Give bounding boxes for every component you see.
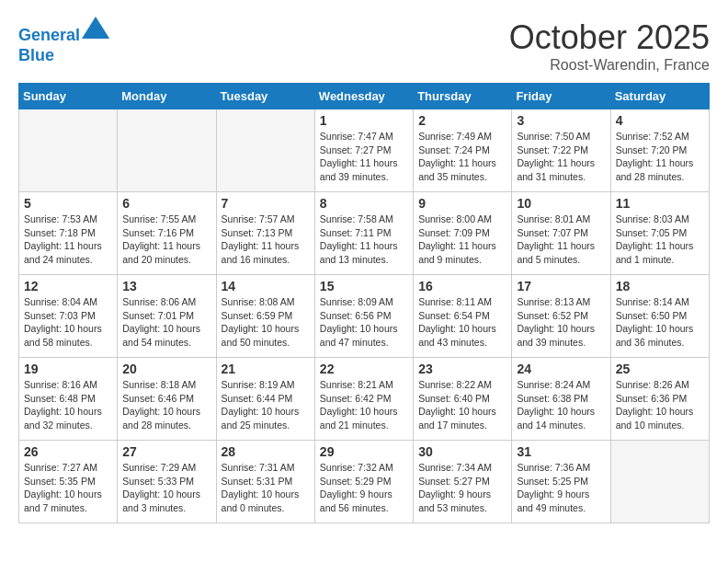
day-info: Sunrise: 7:55 AM Sunset: 7:16 PM Dayligh…	[122, 213, 210, 267]
calendar-cell: 19Sunrise: 8:16 AM Sunset: 6:48 PM Dayli…	[19, 358, 118, 441]
day-info: Sunrise: 8:19 AM Sunset: 6:44 PM Dayligh…	[222, 378, 310, 432]
calendar-cell: 21Sunrise: 8:19 AM Sunset: 6:44 PM Dayli…	[216, 358, 314, 441]
weekday-header-tuesday: Tuesday	[216, 84, 314, 109]
day-number: 26	[24, 444, 112, 459]
calendar-cell	[118, 109, 216, 192]
day-info: Sunrise: 8:01 AM Sunset: 7:07 PM Dayligh…	[517, 213, 605, 267]
day-number: 23	[418, 362, 506, 376]
title-block: October 2025 Roost-Warendin, France	[509, 18, 710, 74]
day-info: Sunrise: 7:52 AM Sunset: 7:20 PM Dayligh…	[616, 130, 704, 184]
day-info: Sunrise: 8:09 AM Sunset: 6:56 PM Dayligh…	[320, 295, 408, 350]
day-number: 29	[320, 444, 408, 459]
calendar-cell: 28Sunrise: 7:31 AM Sunset: 5:31 PM Dayli…	[216, 441, 314, 523]
weekday-header-wednesday: Wednesday	[314, 84, 413, 109]
day-info: Sunrise: 8:14 AM Sunset: 6:50 PM Dayligh…	[616, 295, 704, 350]
day-info: Sunrise: 7:27 AM Sunset: 5:35 PM Dayligh…	[24, 461, 112, 515]
calendar-cell: 31Sunrise: 7:36 AM Sunset: 5:25 PM Dayli…	[512, 441, 610, 523]
day-info: Sunrise: 7:49 AM Sunset: 7:24 PM Dayligh…	[418, 130, 506, 184]
calendar-week-row: 26Sunrise: 7:27 AM Sunset: 5:35 PM Dayli…	[19, 441, 710, 523]
day-info: Sunrise: 7:57 AM Sunset: 7:13 PM Dayligh…	[222, 213, 310, 267]
calendar-table: SundayMondayTuesdayWednesdayThursdayFrid…	[18, 83, 710, 523]
calendar-week-row: 1Sunrise: 7:47 AM Sunset: 7:27 PM Daylig…	[19, 109, 710, 192]
day-info: Sunrise: 7:32 AM Sunset: 5:29 PM Dayligh…	[320, 461, 408, 515]
calendar-cell: 11Sunrise: 8:03 AM Sunset: 7:05 PM Dayli…	[610, 192, 709, 275]
calendar-cell: 18Sunrise: 8:14 AM Sunset: 6:50 PM Dayli…	[610, 275, 709, 358]
day-info: Sunrise: 8:16 AM Sunset: 6:48 PM Dayligh…	[24, 378, 112, 432]
day-info: Sunrise: 8:03 AM Sunset: 7:05 PM Dayligh…	[616, 213, 704, 267]
day-number: 21	[222, 362, 310, 376]
day-info: Sunrise: 7:34 AM Sunset: 5:27 PM Dayligh…	[418, 461, 506, 515]
day-number: 3	[517, 113, 605, 128]
day-info: Sunrise: 8:13 AM Sunset: 6:52 PM Dayligh…	[517, 295, 605, 350]
day-number: 11	[616, 196, 704, 211]
calendar-cell: 3Sunrise: 7:50 AM Sunset: 7:22 PM Daylig…	[512, 109, 610, 192]
calendar-cell: 25Sunrise: 8:26 AM Sunset: 6:36 PM Dayli…	[610, 358, 709, 441]
calendar-cell: 17Sunrise: 8:13 AM Sunset: 6:52 PM Dayli…	[512, 275, 610, 358]
day-number: 5	[24, 196, 112, 211]
day-number: 18	[616, 279, 704, 293]
logo: GeneralBlue	[18, 18, 109, 65]
day-number: 27	[122, 444, 210, 459]
calendar-cell: 2Sunrise: 7:49 AM Sunset: 7:24 PM Daylig…	[414, 109, 512, 192]
weekday-header-friday: Friday	[512, 84, 610, 109]
calendar-cell: 20Sunrise: 8:18 AM Sunset: 6:46 PM Dayli…	[118, 358, 216, 441]
calendar-cell: 22Sunrise: 8:21 AM Sunset: 6:42 PM Dayli…	[314, 358, 413, 441]
day-number: 8	[320, 196, 408, 211]
day-info: Sunrise: 8:18 AM Sunset: 6:46 PM Dayligh…	[122, 378, 210, 432]
calendar-cell: 12Sunrise: 8:04 AM Sunset: 7:03 PM Dayli…	[19, 275, 118, 358]
day-number: 12	[24, 279, 112, 293]
month-title: October 2025	[509, 18, 710, 57]
day-number: 7	[222, 196, 310, 211]
calendar-cell: 16Sunrise: 8:11 AM Sunset: 6:54 PM Dayli…	[414, 275, 512, 358]
day-number: 30	[418, 444, 506, 459]
day-info: Sunrise: 7:47 AM Sunset: 7:27 PM Dayligh…	[320, 130, 408, 184]
day-number: 10	[517, 196, 605, 211]
page-header: GeneralBlue October 2025 Roost-Warendin,…	[18, 18, 710, 74]
calendar-cell: 29Sunrise: 7:32 AM Sunset: 5:29 PM Dayli…	[314, 441, 413, 523]
day-info: Sunrise: 8:06 AM Sunset: 7:01 PM Dayligh…	[122, 295, 210, 350]
calendar-cell: 30Sunrise: 7:34 AM Sunset: 5:27 PM Dayli…	[414, 441, 512, 523]
day-number: 13	[122, 279, 210, 293]
day-info: Sunrise: 8:11 AM Sunset: 6:54 PM Dayligh…	[418, 295, 506, 350]
weekday-header-saturday: Saturday	[610, 84, 709, 109]
calendar-cell: 8Sunrise: 7:58 AM Sunset: 7:11 PM Daylig…	[314, 192, 413, 275]
calendar-cell: 1Sunrise: 7:47 AM Sunset: 7:27 PM Daylig…	[314, 109, 413, 192]
day-number: 1	[320, 113, 408, 128]
calendar-body: 1Sunrise: 7:47 AM Sunset: 7:27 PM Daylig…	[19, 109, 710, 523]
calendar-cell: 4Sunrise: 7:52 AM Sunset: 7:20 PM Daylig…	[610, 109, 709, 192]
day-number: 22	[320, 362, 408, 376]
day-info: Sunrise: 8:22 AM Sunset: 6:40 PM Dayligh…	[418, 378, 506, 432]
day-info: Sunrise: 8:04 AM Sunset: 7:03 PM Dayligh…	[24, 295, 112, 350]
day-number: 31	[517, 444, 605, 459]
calendar-cell: 7Sunrise: 7:57 AM Sunset: 7:13 PM Daylig…	[216, 192, 314, 275]
calendar-cell: 6Sunrise: 7:55 AM Sunset: 7:16 PM Daylig…	[118, 192, 216, 275]
day-number: 6	[122, 196, 210, 211]
day-info: Sunrise: 7:29 AM Sunset: 5:33 PM Dayligh…	[122, 461, 210, 515]
day-number: 2	[418, 113, 506, 128]
day-number: 16	[418, 279, 506, 293]
weekday-header-thursday: Thursday	[414, 84, 512, 109]
calendar-header-row: SundayMondayTuesdayWednesdayThursdayFrid…	[19, 84, 710, 109]
location: Roost-Warendin, France	[509, 57, 710, 74]
calendar-cell: 26Sunrise: 7:27 AM Sunset: 5:35 PM Dayli…	[19, 441, 118, 523]
calendar-cell	[610, 441, 709, 523]
day-info: Sunrise: 7:58 AM Sunset: 7:11 PM Dayligh…	[320, 213, 408, 267]
calendar-cell: 27Sunrise: 7:29 AM Sunset: 5:33 PM Dayli…	[118, 441, 216, 523]
calendar-cell: 24Sunrise: 8:24 AM Sunset: 6:38 PM Dayli…	[512, 358, 610, 441]
calendar-week-row: 12Sunrise: 8:04 AM Sunset: 7:03 PM Dayli…	[19, 275, 710, 358]
weekday-header-monday: Monday	[118, 84, 216, 109]
calendar-week-row: 19Sunrise: 8:16 AM Sunset: 6:48 PM Dayli…	[19, 358, 710, 441]
day-number: 20	[122, 362, 210, 376]
day-number: 14	[222, 279, 310, 293]
calendar-week-row: 5Sunrise: 7:53 AM Sunset: 7:18 PM Daylig…	[19, 192, 710, 275]
day-number: 28	[222, 444, 310, 459]
day-info: Sunrise: 7:53 AM Sunset: 7:18 PM Dayligh…	[24, 213, 112, 267]
day-number: 24	[517, 362, 605, 376]
day-info: Sunrise: 8:21 AM Sunset: 6:42 PM Dayligh…	[320, 378, 408, 432]
day-number: 17	[517, 279, 605, 293]
day-number: 9	[418, 196, 506, 211]
day-info: Sunrise: 8:24 AM Sunset: 6:38 PM Dayligh…	[517, 378, 605, 432]
calendar-cell: 15Sunrise: 8:09 AM Sunset: 6:56 PM Dayli…	[314, 275, 413, 358]
day-info: Sunrise: 8:08 AM Sunset: 6:59 PM Dayligh…	[222, 295, 310, 350]
calendar-cell: 10Sunrise: 8:01 AM Sunset: 7:07 PM Dayli…	[512, 192, 610, 275]
